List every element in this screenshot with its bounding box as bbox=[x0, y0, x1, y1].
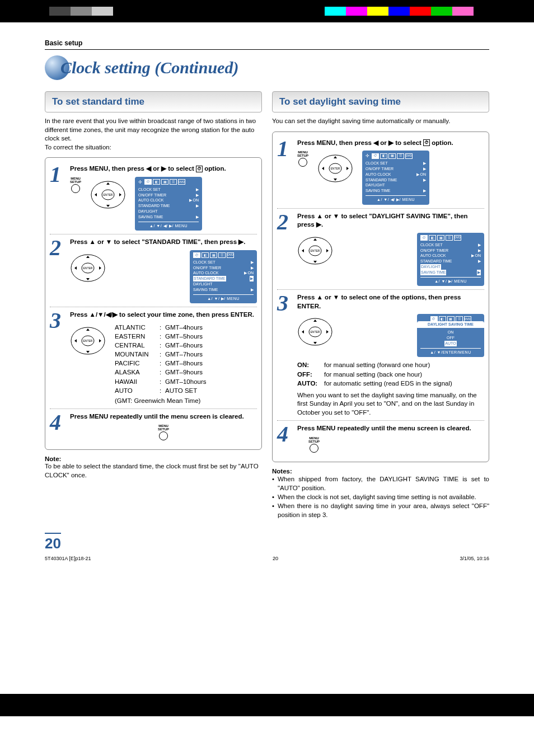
page-number: 20 bbox=[45, 533, 61, 552]
svg-text:ENTER: ENTER bbox=[331, 167, 340, 170]
step-number: 1 bbox=[50, 165, 67, 231]
step-1: 1 Press MENU, then press ◀ or ▶ to selec… bbox=[50, 161, 257, 234]
osd-screen-2: ⏱◧▦☰DVD CLOCK SET▶ON/OFF TIMER▶AUTO CLOC… bbox=[417, 233, 484, 287]
steps-standard: 1 Press MENU, then press ◀ or ▶ to selec… bbox=[45, 157, 262, 450]
osd-tab-clock-icon: ⏱ bbox=[144, 179, 152, 185]
note-heading: Note: bbox=[45, 456, 262, 462]
print-footer: 5T40301A [E]p18-21 20 3/1/05, 10:16 bbox=[45, 556, 489, 561]
osd-screen-2: ⏱◧▦☰DVD CLOCK SET▶ON/OFF TIMER▶AUTO CLOC… bbox=[190, 250, 257, 304]
step-3: 3 Press ▲ or ▼ to select one of the opti… bbox=[277, 289, 484, 420]
dst-manual-note: When you want to set the daylight saving… bbox=[297, 391, 484, 417]
dpad-icon: ENTER bbox=[317, 151, 353, 186]
osd-screen-3: ⏱◧▦☰DVD DAYLIGHT SAVING TIME ONOFFAUTO ▲… bbox=[417, 314, 484, 357]
svg-text:ENTER: ENTER bbox=[311, 249, 320, 252]
svg-text:ENTER: ENTER bbox=[311, 330, 320, 334]
print-frame: ⊕ ⊕ ⊕ ⊕ Basic setup Clock setting (Conti… bbox=[0, 0, 534, 716]
notes-heading: Notes: bbox=[272, 468, 489, 475]
step-3-instruction: Press ▲ or ▼ to select one of the option… bbox=[297, 293, 484, 311]
move-icon: ✢ bbox=[366, 153, 369, 159]
clock-icon: ⏱ bbox=[196, 166, 203, 172]
clock-icon: ⏱ bbox=[423, 139, 430, 146]
dpad-icon: ENTER bbox=[70, 250, 106, 286]
dpad-icon: ENTER bbox=[297, 233, 333, 269]
step-4-instruction: Press MENU repeatedly until the menu scr… bbox=[70, 412, 257, 421]
step-3-instruction: Press ▲/▼/◀/▶ to select your time zone, … bbox=[70, 311, 257, 320]
svg-text:ENTER: ENTER bbox=[83, 266, 93, 270]
intro-daylight: You can set the daylight saving time aut… bbox=[272, 117, 489, 126]
move-icon: ✢ bbox=[138, 179, 142, 185]
dpad-icon: ENTER bbox=[70, 323, 106, 359]
dst-definitions: ON:for manual setting (forward one hour)… bbox=[297, 360, 484, 387]
step-2: 2 Press ▲ or ▼ to select "DAYLIGHT SAVIN… bbox=[277, 208, 484, 290]
subheading-daylight: To set daylight saving time bbox=[272, 91, 489, 112]
osd-screen-1: ✢⏱◧▦☰DVD CLOCK SET▶ON/OFF TIMER▶AUTO CLO… bbox=[362, 151, 429, 205]
step-1: 1 Press MENU, then press ◀ or ▶ to selec… bbox=[277, 135, 484, 208]
subheading-standard-time: To set standard time bbox=[45, 91, 262, 112]
svg-text:ENTER: ENTER bbox=[83, 339, 93, 342]
step-2-instruction: Press ▲ or ▼ to select "STANDARD TIME", … bbox=[70, 238, 257, 247]
step-1-instruction: Press MENU, then press ◀ or ▶ to select … bbox=[297, 139, 484, 148]
step-4: 4 Press MENU repeatedly until the menu s… bbox=[277, 420, 484, 456]
step-3: 3 Press ▲/▼/◀/▶ to select your time zone… bbox=[50, 307, 257, 408]
page-content: Basic setup Clock setting (Continued) To… bbox=[22, 22, 512, 694]
registration-mark-bottom: ⊕ bbox=[263, 695, 271, 707]
step-4: 4 Press MENU repeatedly until the menu s… bbox=[50, 408, 257, 444]
menu-setup-button-icon: MENU SETUP bbox=[152, 424, 175, 440]
menu-setup-button-icon: MENU SETUP bbox=[297, 151, 308, 167]
steps-daylight: 1 Press MENU, then press ◀ or ▶ to selec… bbox=[272, 132, 489, 462]
menu-setup-button-icon: MENU SETUP bbox=[70, 177, 81, 193]
step-2: 2 Press ▲ or ▼ to select "STANDARD TIME"… bbox=[50, 234, 257, 307]
registration-bars-right bbox=[325, 7, 495, 16]
step-2-instruction: Press ▲ or ▼ to select "DAYLIGHT SAVING … bbox=[297, 212, 484, 229]
title-row: Clock setting (Continued) bbox=[45, 55, 489, 80]
svg-text:ENTER: ENTER bbox=[104, 193, 113, 196]
step-4-instruction: Press MENU repeatedly until the menu scr… bbox=[297, 424, 484, 433]
timezone-table: ATLANTIC: GMT–4hoursEASTERN: GMT–5hoursC… bbox=[115, 323, 207, 405]
right-column: To set daylight saving time You can set … bbox=[272, 91, 489, 519]
menu-setup-button-icon: MENU SETUP bbox=[303, 436, 325, 453]
registration-mark-top: ⊕ bbox=[263, 10, 271, 22]
note-body: To be able to select the standard time, … bbox=[45, 462, 262, 480]
intro-standard: In the rare event that you live within b… bbox=[45, 117, 262, 152]
divider bbox=[45, 49, 489, 50]
left-column: To set standard time In the rare event t… bbox=[45, 91, 262, 519]
step-1-instruction: Press MENU, then press ◀ or ▶ to select … bbox=[70, 165, 257, 173]
section-label: Basic setup bbox=[45, 39, 489, 47]
notes-list: •When shipped from factory, the DAYLIGHT… bbox=[272, 475, 489, 519]
page-title: Clock setting (Continued) bbox=[60, 58, 238, 77]
osd-screen-1: ✢⏱◧▦☰DVD CLOCK SET▶ON/OFF TIMER▶AUTO CLO… bbox=[135, 177, 202, 231]
dpad-icon: ENTER bbox=[90, 177, 126, 213]
registration-bars-left bbox=[28, 7, 113, 16]
dpad-icon: ENTER bbox=[297, 314, 333, 350]
